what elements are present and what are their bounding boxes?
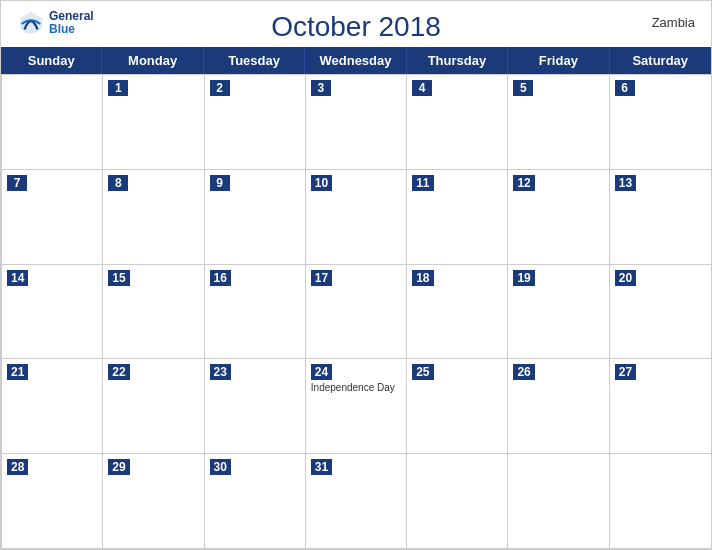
day-cell: 29 bbox=[103, 454, 204, 548]
day-cell: 23 bbox=[205, 359, 306, 453]
day-number: 2 bbox=[210, 80, 230, 96]
day-cell: 21 bbox=[2, 359, 103, 453]
day-cell: 15 bbox=[103, 265, 204, 359]
day-cell: 9 bbox=[205, 170, 306, 264]
week-row-1: 0123456 bbox=[2, 74, 711, 169]
day-number: 5 bbox=[513, 80, 533, 96]
calendar-title: October 2018 bbox=[271, 11, 441, 43]
day-number: 12 bbox=[513, 175, 534, 191]
calendar-grid: 0123456789101112131415161718192021222324… bbox=[1, 74, 711, 549]
day-cell: 31 bbox=[306, 454, 407, 548]
day-number: 8 bbox=[108, 175, 128, 191]
country-label: Zambia bbox=[652, 15, 695, 30]
week-row-4: 21222324Independence Day252627 bbox=[2, 358, 711, 453]
day-number: 16 bbox=[210, 270, 231, 286]
day-cell: 4 bbox=[407, 75, 508, 169]
day-header-tuesday: Tuesday bbox=[204, 47, 305, 74]
day-number: 20 bbox=[615, 270, 636, 286]
day-number: 21 bbox=[7, 364, 28, 380]
day-number: 24 bbox=[311, 364, 332, 380]
day-number: 26 bbox=[513, 364, 534, 380]
day-cell: 18 bbox=[407, 265, 508, 359]
day-header-sunday: Sunday bbox=[1, 47, 102, 74]
week-row-5: 28293031000 bbox=[2, 453, 711, 548]
day-cell: 13 bbox=[610, 170, 711, 264]
day-number: 17 bbox=[311, 270, 332, 286]
calendar-header: General Blue October 2018 Zambia bbox=[1, 1, 711, 47]
day-header-monday: Monday bbox=[102, 47, 203, 74]
day-number: 1 bbox=[108, 80, 128, 96]
day-number: 29 bbox=[108, 459, 129, 475]
day-number: 19 bbox=[513, 270, 534, 286]
logo: General Blue bbox=[17, 9, 94, 37]
day-number: 3 bbox=[311, 80, 331, 96]
week-row-3: 14151617181920 bbox=[2, 264, 711, 359]
day-number: 14 bbox=[7, 270, 28, 286]
day-cell: 14 bbox=[2, 265, 103, 359]
day-cell: 26 bbox=[508, 359, 609, 453]
day-cell: 0 bbox=[508, 454, 609, 548]
day-headers: SundayMondayTuesdayWednesdayThursdayFrid… bbox=[1, 47, 711, 74]
day-number: 25 bbox=[412, 364, 433, 380]
day-cell: 27 bbox=[610, 359, 711, 453]
day-number: 10 bbox=[311, 175, 332, 191]
calendar: General Blue October 2018 Zambia SundayM… bbox=[0, 0, 712, 550]
day-cell: 19 bbox=[508, 265, 609, 359]
day-cell: 22 bbox=[103, 359, 204, 453]
day-number: 23 bbox=[210, 364, 231, 380]
day-number: 31 bbox=[311, 459, 332, 475]
day-cell: 0 bbox=[2, 75, 103, 169]
day-cell: 3 bbox=[306, 75, 407, 169]
day-cell: 7 bbox=[2, 170, 103, 264]
event-label: Independence Day bbox=[311, 382, 401, 394]
day-number: 15 bbox=[108, 270, 129, 286]
day-cell: 16 bbox=[205, 265, 306, 359]
day-cell: 0 bbox=[407, 454, 508, 548]
day-number: 13 bbox=[615, 175, 636, 191]
day-header-friday: Friday bbox=[508, 47, 609, 74]
day-header-saturday: Saturday bbox=[610, 47, 711, 74]
day-cell: 1 bbox=[103, 75, 204, 169]
day-number: 30 bbox=[210, 459, 231, 475]
day-number: 27 bbox=[615, 364, 636, 380]
day-cell: 12 bbox=[508, 170, 609, 264]
day-cell: 30 bbox=[205, 454, 306, 548]
day-number: 4 bbox=[412, 80, 432, 96]
day-cell: 11 bbox=[407, 170, 508, 264]
day-cell: 6 bbox=[610, 75, 711, 169]
logo-general: General bbox=[49, 9, 94, 23]
day-number: 11 bbox=[412, 175, 433, 191]
day-header-wednesday: Wednesday bbox=[305, 47, 406, 74]
day-cell: 20 bbox=[610, 265, 711, 359]
day-header-thursday: Thursday bbox=[407, 47, 508, 74]
logo-icon bbox=[17, 9, 45, 37]
day-cell: 8 bbox=[103, 170, 204, 264]
day-number: 9 bbox=[210, 175, 230, 191]
day-cell: 24Independence Day bbox=[306, 359, 407, 453]
day-number: 6 bbox=[615, 80, 635, 96]
day-number: 28 bbox=[7, 459, 28, 475]
day-number: 22 bbox=[108, 364, 129, 380]
day-cell: 28 bbox=[2, 454, 103, 548]
day-cell: 0 bbox=[610, 454, 711, 548]
day-cell: 2 bbox=[205, 75, 306, 169]
day-cell: 5 bbox=[508, 75, 609, 169]
day-cell: 17 bbox=[306, 265, 407, 359]
day-cell: 10 bbox=[306, 170, 407, 264]
week-row-2: 78910111213 bbox=[2, 169, 711, 264]
day-cell: 25 bbox=[407, 359, 508, 453]
day-number: 18 bbox=[412, 270, 433, 286]
day-number: 7 bbox=[7, 175, 27, 191]
logo-blue: Blue bbox=[49, 22, 75, 36]
